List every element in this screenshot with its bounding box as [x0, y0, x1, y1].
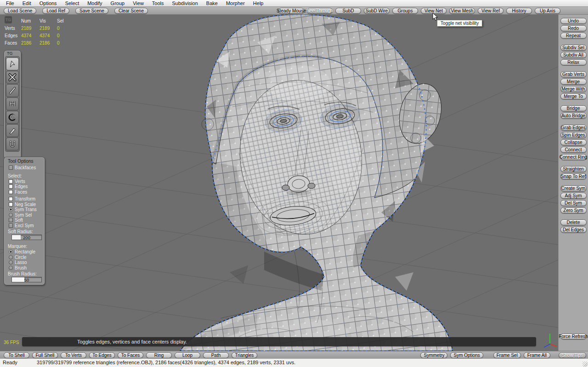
groups-button[interactable]: Groups: [392, 8, 418, 14]
adj-sym-button[interactable]: Adj Sym: [560, 193, 587, 199]
bridge-button[interactable]: Bridge: [560, 105, 587, 111]
to-shell-button[interactable]: To Shell: [4, 352, 29, 358]
transform-checkbox[interactable]: Transform: [8, 196, 43, 202]
menu-morpher[interactable]: Morpher: [222, 0, 249, 7]
steady-mouse-button[interactable]: Steady Mouse: [278, 8, 304, 14]
backfaces-checkbox[interactable]: Backfaces: [8, 165, 43, 171]
subd-button[interactable]: SubD: [335, 8, 361, 14]
tubes-tool-button[interactable]: [6, 138, 19, 150]
to-faces-button[interactable]: To Faces: [118, 352, 143, 358]
loop-button[interactable]: Loop: [175, 352, 200, 358]
see-through-button[interactable]: See Through: [307, 8, 333, 14]
excl-sym-checkbox[interactable]: Excl Sym: [8, 223, 43, 229]
straighten-button[interactable]: Straighten: [560, 166, 587, 172]
tweak-tool-button[interactable]: [6, 111, 19, 124]
radio-circle[interactable]: [9, 255, 13, 259]
menu-modify[interactable]: Modify: [83, 0, 106, 7]
subdiv-all-button[interactable]: Subdiv All: [560, 52, 587, 58]
delete-button[interactable]: Delete: [560, 219, 587, 225]
radio-brush[interactable]: [9, 266, 13, 270]
auto-bridge-button[interactable]: Auto Bridge: [560, 113, 587, 119]
merge-with-button[interactable]: Merge With: [560, 86, 587, 92]
knife-tool-button[interactable]: [6, 124, 19, 137]
soft-radius-slider[interactable]: 200: [11, 235, 42, 240]
viewport[interactable]: TG NumVisSel Verts218921890Edges43744374…: [0, 15, 558, 351]
menu-file[interactable]: File: [2, 0, 18, 7]
triangles-button[interactable]: Triangles: [232, 352, 257, 358]
path-button[interactable]: Path: [203, 352, 229, 358]
checkbox-backfaces[interactable]: [9, 166, 13, 170]
draw-tool-button[interactable]: [6, 84, 19, 97]
repeat-button[interactable]: Repeat: [560, 33, 587, 39]
history-button[interactable]: History: [506, 8, 532, 14]
snap-to-ref-button[interactable]: Snap To Ref: [560, 173, 587, 179]
subdiv-sel-button[interactable]: Subdiv Sel: [560, 45, 587, 51]
sym-options-button[interactable]: Sym Options: [450, 352, 483, 358]
radio-lasso[interactable]: [9, 260, 13, 264]
checkbox-faces[interactable]: [9, 190, 13, 194]
del-sym-button[interactable]: Del Sym: [560, 200, 587, 206]
viewport-canvas[interactable]: [0, 15, 558, 351]
view-ref-button[interactable]: View Ref: [478, 8, 503, 14]
radio-rectangle[interactable]: [9, 250, 13, 254]
grab-edges-button[interactable]: Grab Edges: [560, 125, 587, 131]
clear-scene-button[interactable]: Clear Scene: [114, 8, 148, 14]
up-axis-button[interactable]: Up Axis: [535, 8, 560, 14]
relax-button[interactable]: Relax: [560, 59, 587, 65]
spin-edges-button[interactable]: Spin Edges: [560, 132, 587, 138]
to-verts-button[interactable]: To Verts: [61, 352, 86, 358]
bridge-tool-button[interactable]: [6, 97, 19, 110]
menu-view[interactable]: View: [129, 0, 148, 7]
grab-verts-button[interactable]: Grab Verts: [560, 71, 587, 77]
menu-bake[interactable]: Bake: [202, 0, 222, 7]
faces-checkbox[interactable]: Faces: [8, 189, 43, 195]
merge-to-button[interactable]: Merge To: [560, 93, 587, 99]
rectangle-radio[interactable]: Rectangle: [8, 249, 43, 255]
view-mesh-button[interactable]: View Mesh: [449, 8, 475, 14]
radio-sym-sel[interactable]: [9, 213, 13, 217]
resize-grip[interactable]: [582, 361, 588, 367]
checkbox-excl-sym[interactable]: [9, 224, 13, 228]
menu-options[interactable]: Options: [35, 0, 61, 7]
sym-sel-radio[interactable]: Sym Sel: [8, 212, 43, 218]
menu-select[interactable]: Select: [61, 0, 84, 7]
menu-tools[interactable]: Tools: [148, 0, 168, 7]
sym-trans-radio[interactable]: Sym Trans: [8, 207, 43, 212]
menu-edit[interactable]: Edit: [18, 0, 35, 7]
checkbox-edges[interactable]: [9, 184, 13, 189]
connect-ring-button[interactable]: Connect Ring: [560, 154, 587, 160]
show-tips-button[interactable]: Show Tips: [559, 352, 586, 358]
select-tool-button[interactable]: [6, 57, 19, 70]
undo-button[interactable]: Undo: [560, 18, 587, 24]
delete-tool-button[interactable]: [6, 71, 19, 84]
merge-button[interactable]: Merge: [560, 79, 587, 85]
redo-button[interactable]: Redo: [560, 25, 587, 31]
checkbox-verts[interactable]: [9, 179, 13, 184]
frame-all-button[interactable]: Frame All: [524, 352, 550, 358]
frame-sel-button[interactable]: Frame Sel: [493, 352, 521, 358]
checkbox-soft[interactable]: [9, 218, 13, 222]
lasso-radio[interactable]: Lasso: [8, 260, 43, 265]
connect-button[interactable]: Connect: [560, 147, 587, 153]
ring-button[interactable]: Ring: [146, 352, 172, 358]
circle-radio[interactable]: Circle: [8, 255, 43, 260]
create-sym-button[interactable]: Create Sym: [560, 185, 587, 191]
verts-checkbox[interactable]: Verts: [8, 179, 43, 184]
save-scene-button[interactable]: Save Scene: [75, 8, 108, 14]
soft-checkbox[interactable]: Soft: [8, 218, 43, 223]
checkbox-transform[interactable]: [9, 197, 13, 201]
menu-subdivision[interactable]: Subdivision: [168, 0, 202, 7]
edges-checkbox[interactable]: Edges: [8, 184, 43, 189]
checkbox-neg-scale[interactable]: [9, 202, 13, 206]
to-edges-button[interactable]: To Edges: [89, 352, 115, 358]
symmetry-button[interactable]: Symmetry: [420, 352, 447, 358]
del-edges-button[interactable]: Del Edges: [560, 227, 587, 233]
load-ref-button[interactable]: Load Ref: [42, 8, 69, 14]
subd-wire-button[interactable]: SubD Wire: [364, 8, 390, 14]
menu-group[interactable]: Group: [107, 0, 129, 7]
full-shell-button[interactable]: Full Shell: [32, 352, 58, 358]
menu-help[interactable]: Help: [249, 0, 268, 7]
load-scene-button[interactable]: Load Scene: [4, 8, 36, 14]
zero-sym-button[interactable]: Zero Sym: [560, 207, 587, 213]
brush-radio[interactable]: Brush: [8, 265, 43, 271]
